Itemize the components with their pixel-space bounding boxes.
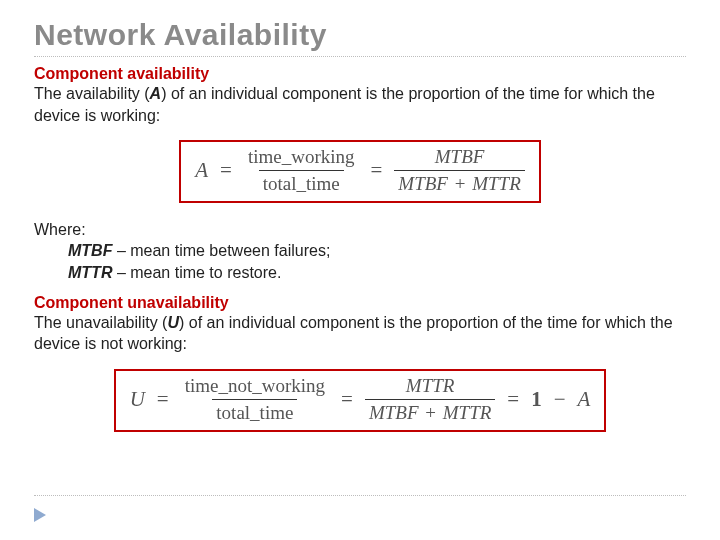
- f1-den2-plus: +: [453, 173, 468, 194]
- f2-den2-b: MTTR: [443, 402, 492, 423]
- avail-var: A: [150, 85, 162, 102]
- f1-den1: total_time: [259, 170, 344, 195]
- mttr-line: MTTR – mean time to restore.: [34, 262, 686, 284]
- mtbf-line: MTBF – mean time between failures;: [34, 240, 686, 262]
- where-block: Where: MTBF – mean time between failures…: [34, 219, 686, 284]
- f2-den1: total_time: [212, 399, 297, 424]
- unavail-text-a: The unavailability (: [34, 314, 167, 331]
- formula-availability: A = time_working total_time = MTBF MTBF …: [195, 146, 525, 195]
- title-divider: [34, 56, 686, 57]
- f1-eq1: =: [218, 158, 234, 183]
- f1-num2: MTBF: [431, 146, 489, 170]
- section-heading-availability: Component availability: [34, 65, 686, 83]
- play-icon: [34, 508, 46, 522]
- footer-divider: [34, 495, 686, 496]
- f2-den2-a: MTBF: [369, 402, 419, 423]
- f2-lhs: U: [130, 387, 145, 412]
- f1-den2-b: MTTR: [472, 173, 521, 194]
- f1-den2-a: MTBF: [398, 173, 448, 194]
- f2-num1: time_not_working: [181, 375, 329, 399]
- formula-availability-box: A = time_working total_time = MTBF MTBF …: [179, 140, 541, 203]
- unavail-var: U: [167, 314, 179, 331]
- f1-num1: time_working: [244, 146, 359, 170]
- formula-unavailability-wrap: U = time_not_working total_time = MTTR M…: [34, 363, 686, 438]
- f1-frac1: time_working total_time: [244, 146, 359, 195]
- f2-frac2: MTTR MTBF + MTTR: [365, 375, 495, 424]
- unavailability-definition: The unavailability (U) of an individual …: [34, 312, 686, 355]
- page-title: Network Availability: [34, 18, 686, 52]
- f2-minus: −: [552, 387, 568, 412]
- mttr-term: MTTR: [68, 264, 112, 281]
- f2-one: 1: [531, 387, 542, 412]
- f1-eq2: =: [369, 158, 385, 183]
- where-label: Where:: [34, 219, 686, 241]
- mttr-def: – mean time to restore.: [112, 264, 281, 281]
- f2-eq2: =: [339, 387, 355, 412]
- avail-text-a: The availability (: [34, 85, 150, 102]
- availability-definition: The availability (A) of an individual co…: [34, 83, 686, 126]
- formula-availability-wrap: A = time_working total_time = MTBF MTBF …: [34, 134, 686, 209]
- formula-unavailability: U = time_not_working total_time = MTTR M…: [130, 375, 591, 424]
- f2-frac1: time_not_working total_time: [181, 375, 329, 424]
- f1-lhs: A: [195, 158, 208, 183]
- f2-eq1: =: [155, 387, 171, 412]
- f2-A: A: [578, 387, 591, 412]
- f1-den2: MTBF + MTTR: [394, 170, 524, 195]
- formula-unavailability-box: U = time_not_working total_time = MTTR M…: [114, 369, 607, 432]
- f1-frac2: MTBF MTBF + MTTR: [394, 146, 524, 195]
- f2-num2: MTTR: [402, 375, 459, 399]
- section-heading-unavailability: Component unavailability: [34, 294, 686, 312]
- mtbf-term: MTBF: [68, 242, 112, 259]
- f2-eq3: =: [505, 387, 521, 412]
- f2-den2: MTBF + MTTR: [365, 399, 495, 424]
- mtbf-def: – mean time between failures;: [112, 242, 330, 259]
- f2-den2-plus: +: [423, 402, 438, 423]
